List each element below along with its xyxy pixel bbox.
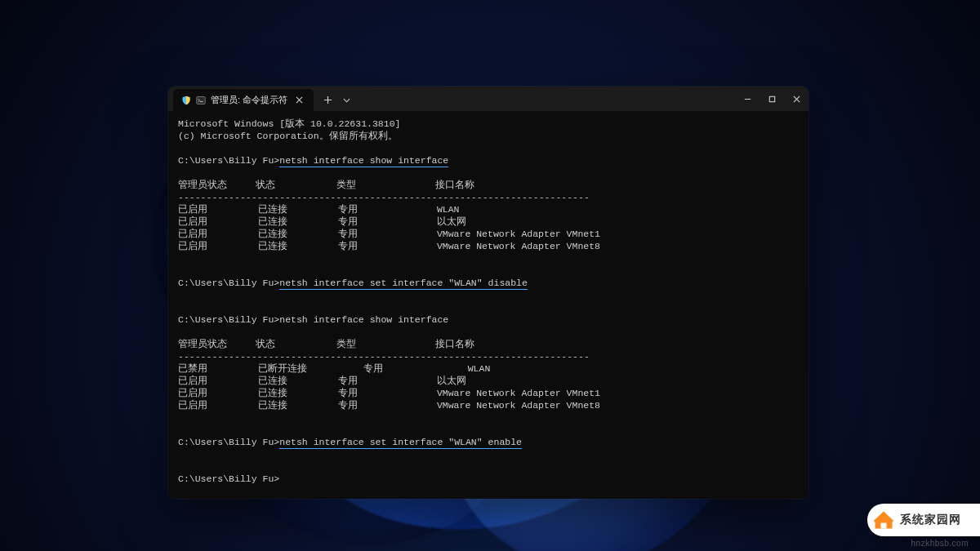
window-close-button[interactable] (784, 87, 808, 111)
table-row: 已启用 已连接 专用 WLAN (178, 203, 799, 216)
banner-line: Microsoft Windows [版本 10.0.22631.3810] (178, 118, 799, 130)
table-row: 已禁用 已断开连接 专用 WLAN (178, 362, 799, 375)
shield-icon (181, 96, 191, 105)
watermark-badge: 系统家园网 (867, 504, 980, 536)
table-row: 已启用 已连接 专用 VMware Network Adapter VMnet8 (178, 399, 799, 411)
prompt: C:\Users\Billy Fu> (178, 278, 279, 288)
svg-rect-0 (197, 96, 206, 104)
table-header: 管理员状态 状态 类型 接口名称 (178, 179, 799, 191)
terminal-icon (196, 96, 206, 105)
prompt: C:\Users\Billy Fu> (178, 473, 279, 484)
prompt: C:\Users\Billy Fu> (178, 314, 279, 325)
watermark-badge-text: 系统家园网 (900, 513, 961, 527)
table-row: 已启用 已连接 专用 以太网 (178, 216, 799, 228)
watermark-url: hnzkhbsb.com (911, 539, 969, 548)
svg-rect-1 (769, 96, 774, 101)
divider: ----------------------------------------… (178, 191, 799, 203)
command-text: netsh interface set interface "WLAN" dis… (279, 278, 528, 290)
tab-close-button[interactable] (292, 94, 305, 107)
prompt: C:\Users\Billy Fu> (178, 437, 279, 447)
titlebar[interactable]: 管理员: 命令提示符 (168, 87, 808, 111)
table-header: 管理员状态 状态 类型 接口名称 (178, 338, 799, 350)
table-row: 已启用 已连接 专用 VMware Network Adapter VMnet1 (178, 228, 799, 240)
minimize-button[interactable] (735, 87, 760, 111)
table-row: 已启用 已连接 专用 以太网 (178, 375, 799, 387)
titlebar-drag-region[interactable] (354, 87, 735, 111)
table-row: 已启用 已连接 专用 VMware Network Adapter VMnet8 (178, 240, 799, 252)
maximize-button[interactable] (760, 87, 784, 111)
tab-title: 管理员: 命令提示符 (211, 94, 287, 106)
command-text: netsh interface set interface "WLAN" ena… (279, 437, 522, 449)
terminal-output[interactable]: Microsoft Windows [版本 10.0.22631.3810](c… (168, 111, 808, 499)
tab-dropdown-button[interactable] (338, 89, 354, 111)
divider: ----------------------------------------… (178, 350, 799, 362)
house-icon (872, 509, 895, 531)
desktop: 管理员: 命令提示符 Microsoft Windows [版本 (0, 0, 980, 551)
terminal-window: 管理员: 命令提示符 Microsoft Windows [版本 (168, 87, 808, 499)
table-row: 已启用 已连接 专用 VMware Network Adapter VMnet1 (178, 387, 799, 399)
command-text: netsh interface show interface (279, 314, 448, 325)
banner-line: (c) Microsoft Corporation。保留所有权利。 (178, 130, 799, 142)
new-tab-button[interactable] (317, 89, 338, 111)
tab-cmd-admin[interactable]: 管理员: 命令提示符 (173, 89, 314, 111)
prompt: C:\Users\Billy Fu> (178, 155, 279, 166)
command-text: netsh interface show interface (279, 155, 448, 167)
